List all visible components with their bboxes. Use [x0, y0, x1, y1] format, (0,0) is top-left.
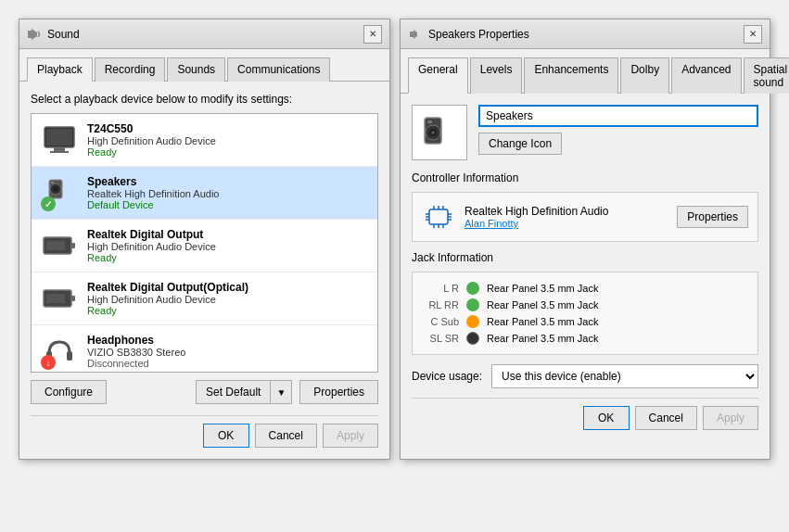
speakers-device-icon: ✓ — [41, 174, 78, 211]
svg-rect-24 — [427, 120, 432, 123]
svg-point-23 — [432, 132, 435, 134]
controller-details: Realtek High Definition Audio Alan Finot… — [464, 205, 668, 229]
svg-rect-11 — [46, 241, 65, 250]
sound-title-left: Sound — [27, 27, 80, 42]
change-icon-button[interactable]: Change Icon — [478, 133, 562, 155]
controller-name: Realtek High Definition Audio — [464, 205, 668, 218]
controller-info: Realtek High Definition Audio Alan Finot… — [412, 192, 758, 242]
jack-dot-csub — [466, 315, 479, 328]
tab-advanced[interactable]: Advanced — [671, 57, 741, 94]
speakers-icon — [417, 110, 462, 155]
speakers-apply-button[interactable]: Apply — [703, 406, 758, 430]
realtek-icon — [424, 202, 453, 232]
tab-playback[interactable]: Playback — [27, 57, 93, 82]
sound-window-icon — [27, 27, 42, 42]
list-item[interactable]: ✓ Speakers Realtek High Definition Audio… — [32, 167, 377, 220]
jack-desc-csub: Rear Panel 3.5 mm Jack — [487, 316, 598, 327]
jack-desc-rlrr: Rear Panel 3.5 mm Jack — [487, 299, 598, 310]
svg-marker-1 — [32, 29, 37, 40]
tab-general[interactable]: General — [408, 57, 468, 94]
device-usage-label: Device usage: — [412, 370, 482, 383]
svg-rect-5 — [50, 151, 69, 153]
device-status: Disconnected — [87, 358, 368, 369]
device-name: Realtek Digital Output(Optical) — [87, 281, 368, 294]
jack-row: RL RR Rear Panel 3.5 mm Jack — [422, 297, 748, 313]
sound-window: Sound ✕ Playback Recording Sounds Commun… — [19, 19, 390, 460]
device-list[interactable]: T24C550 High Definition Audio Device Rea… — [31, 113, 378, 373]
device-name: Headphones — [87, 334, 368, 347]
svg-rect-0 — [28, 31, 32, 38]
speakers-general-top: Change Icon — [412, 105, 758, 160]
device-name: Realtek Digital Output — [87, 228, 368, 241]
headphones-device-icon: ↓ — [41, 333, 78, 370]
tab-sounds[interactable]: Sounds — [167, 57, 225, 82]
speakers-cancel-button[interactable]: Cancel — [635, 406, 697, 430]
tab-levels[interactable]: Levels — [470, 57, 523, 94]
speakers-close-button[interactable]: ✕ — [744, 25, 762, 44]
svg-rect-3 — [46, 129, 72, 146]
set-default-button[interactable]: Set Default — [196, 380, 270, 404]
controller-link[interactable]: Alan Finotty — [464, 218, 668, 229]
controller-row: Realtek High Definition Audio Alan Finot… — [422, 200, 748, 234]
svg-rect-17 — [67, 351, 72, 361]
set-default-arrow-button[interactable]: ▼ — [270, 380, 292, 404]
device-driver: High Definition Audio Device — [87, 241, 368, 252]
jack-row: L R Rear Panel 3.5 mm Jack — [422, 280, 748, 297]
jack-label-rlrr: RL RR — [422, 299, 459, 310]
device-usage-select[interactable]: Use this device (enable) Don't use this … — [491, 364, 758, 388]
properties-button[interactable]: Properties — [299, 380, 378, 404]
jack-label-lr: L R — [422, 283, 459, 294]
speakers-title-bar: Speakers Properties ✕ — [401, 19, 770, 49]
speakers-icon-area — [412, 105, 467, 160]
speakers-content: Change Icon Controller Information — [401, 94, 770, 441]
speakers-ok-cancel-buttons: OK Cancel Apply — [412, 398, 758, 430]
speakers-name-area: Change Icon — [478, 105, 758, 155]
device-name: Speakers — [87, 175, 368, 188]
device-info: Headphones VIZIO SB3830 Stereo Disconnec… — [87, 334, 368, 369]
device-status: Ready — [87, 305, 368, 316]
sound-content: Select a playback device below to modify… — [19, 82, 389, 459]
list-item[interactable]: Realtek Digital Output High Definition A… — [32, 220, 377, 272]
svg-rect-4 — [54, 147, 65, 151]
digital-device-icon — [41, 227, 78, 264]
sound-apply-button[interactable]: Apply — [323, 424, 378, 448]
speakers-window-icon — [408, 27, 423, 42]
sound-ok-button[interactable]: OK — [203, 424, 249, 448]
device-usage-row: Device usage: Use this device (enable) D… — [412, 364, 758, 388]
sound-cancel-button[interactable]: Cancel — [255, 424, 317, 448]
monitor-device-icon — [41, 121, 78, 158]
device-name: T24C550 — [87, 122, 368, 135]
configure-button[interactable]: Configure — [31, 380, 107, 404]
svg-rect-9 — [51, 182, 54, 184]
device-status: Ready — [87, 146, 368, 158]
tab-spatial-sound[interactable]: Spatial sound — [744, 57, 789, 94]
tab-enhancements[interactable]: Enhancements — [524, 57, 618, 94]
sound-close-button[interactable]: ✕ — [363, 25, 382, 44]
svg-rect-12 — [71, 243, 75, 248]
device-driver: High Definition Audio Device — [87, 294, 368, 305]
optical-device-icon — [41, 280, 78, 317]
device-info: T24C550 High Definition Audio Device Rea… — [87, 122, 368, 158]
sound-title-bar: Sound ✕ — [19, 19, 389, 49]
speakers-title-left: Speakers Properties — [408, 27, 529, 42]
device-status: Default Device — [87, 199, 368, 210]
controller-properties-button[interactable]: Properties — [677, 206, 748, 228]
tab-recording[interactable]: Recording — [95, 57, 166, 82]
jack-desc-lr: Rear Panel 3.5 mm Jack — [487, 283, 598, 294]
device-driver: VIZIO SB3830 Stereo — [87, 347, 368, 358]
device-driver: Realtek High Definition Audio — [87, 188, 368, 199]
svg-rect-25 — [429, 209, 448, 224]
tab-communications[interactable]: Communications — [227, 57, 330, 82]
device-info: Speakers Realtek High Definition Audio D… — [87, 175, 368, 210]
jack-dot-rlrr — [466, 298, 479, 311]
speakers-ok-button[interactable]: OK — [583, 406, 630, 430]
device-info: Realtek Digital Output High Definition A… — [87, 228, 368, 263]
list-item[interactable]: Realtek Digital Output(Optical) High Def… — [32, 272, 377, 325]
speakers-name-input[interactable] — [478, 105, 758, 127]
tab-dolby[interactable]: Dolby — [620, 57, 669, 94]
list-item[interactable]: ↓ Headphones VIZIO SB3830 Stereo Disconn… — [32, 325, 377, 373]
speakers-tabs: General Levels Enhancements Dolby Advanc… — [401, 49, 770, 94]
list-item[interactable]: T24C550 High Definition Audio Device Rea… — [32, 114, 377, 167]
svg-rect-14 — [46, 294, 65, 303]
sound-action-buttons: Configure Set Default ▼ Properties — [31, 380, 378, 404]
